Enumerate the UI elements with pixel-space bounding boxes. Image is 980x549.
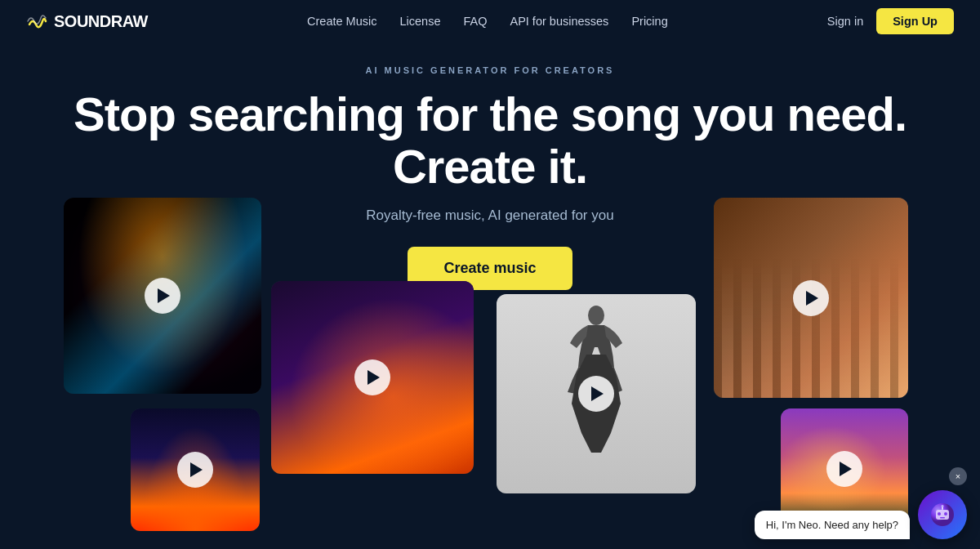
city-image: [131, 408, 260, 531]
sign-in-button[interactable]: Sign in: [827, 15, 863, 28]
nav-actions: Sign in Sign Up: [827, 8, 954, 34]
chatbot-widget: Hi, I'm Neo. Need any help? ×: [755, 490, 967, 539]
hero-title-line2: Create it.: [393, 140, 587, 193]
nav-pricing[interactable]: Pricing: [631, 15, 667, 28]
navbar: SOUNDRAW Create Music License FAQ API fo…: [0, 0, 980, 42]
media-card-disco[interactable]: [271, 281, 474, 474]
nav-links: Create Music License FAQ API for busines…: [307, 15, 668, 28]
chatbot-bubble-container: Hi, I'm Neo. Need any help?: [755, 511, 910, 539]
logo[interactable]: SOUNDRAW: [26, 10, 148, 33]
chatbot-icon-svg: [929, 502, 956, 528]
media-card-dancer[interactable]: [497, 294, 696, 493]
media-card-city[interactable]: [131, 408, 260, 531]
hero-title-line1: Stop searching for the song you need.: [74, 87, 906, 141]
hero-title: Stop searching for the song you need. Cr…: [16, 88, 964, 193]
play-button-disco[interactable]: [354, 359, 390, 395]
disco-image: [271, 281, 474, 474]
nav-api[interactable]: API for businesses: [510, 15, 608, 28]
chatbot-message: Hi, I'm Neo. Need any help?: [755, 511, 910, 539]
svg-point-7: [942, 505, 944, 507]
logo-text: SOUNDRAW: [54, 12, 148, 31]
hero-subtitle: AI Music Generator for Creators: [16, 65, 964, 75]
nav-faq[interactable]: FAQ: [463, 15, 487, 28]
play-button-tropical[interactable]: [826, 451, 862, 487]
play-button-city[interactable]: [177, 452, 213, 488]
nav-license[interactable]: License: [399, 15, 440, 28]
chatbot-close-button[interactable]: ×: [949, 467, 967, 485]
play-button-dancer[interactable]: [578, 376, 614, 412]
chatbot-avatar[interactable]: [918, 490, 967, 539]
create-music-button[interactable]: Create music: [408, 247, 572, 290]
svg-rect-5: [940, 517, 945, 519]
chatbot-avatar-wrapper: ×: [918, 490, 967, 539]
svg-point-4: [944, 512, 947, 516]
hero-description: Royalty-free music, AI generated for you: [16, 208, 964, 224]
sign-up-button[interactable]: Sign Up: [876, 8, 954, 34]
nav-create-music[interactable]: Create Music: [307, 15, 376, 28]
hero-section: AI Music Generator for Creators Stop sea…: [0, 42, 980, 310]
svg-point-3: [938, 512, 941, 516]
dancer-image: [497, 294, 696, 493]
logo-icon: [26, 10, 49, 33]
